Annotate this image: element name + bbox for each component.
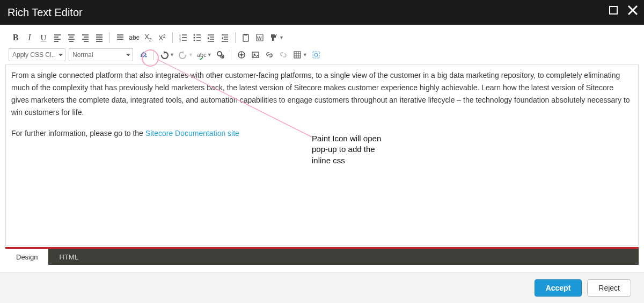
remove-alignment-button[interactable]	[113, 31, 127, 44]
format-painter-button[interactable]	[267, 31, 281, 44]
hyperlink-button[interactable]	[262, 48, 276, 61]
separator	[172, 32, 173, 43]
bullet-list-button[interactable]	[190, 31, 204, 44]
tab-html[interactable]: HTML	[48, 249, 89, 265]
find-replace-button[interactable]	[214, 48, 228, 61]
italic-button[interactable]: I	[23, 31, 36, 44]
annotation-text: Paint Icon will open pop-up to add the i…	[312, 133, 381, 166]
svg-rect-59	[294, 52, 301, 58]
svg-point-30	[194, 40, 195, 41]
content-paragraph: From a single connected platform that al…	[11, 69, 633, 119]
insert-sitecore-link-button[interactable]	[235, 48, 248, 61]
svg-rect-64	[313, 52, 319, 58]
svg-text:W: W	[257, 35, 262, 41]
undo-button[interactable]	[157, 48, 171, 61]
insert-symbol-button[interactable]	[309, 48, 323, 61]
paste-word-button[interactable]: W	[253, 31, 267, 44]
separator	[153, 49, 154, 60]
spellcheck-button[interactable]: abc	[195, 48, 209, 61]
separator	[231, 49, 231, 60]
tab-design[interactable]: Design	[5, 249, 48, 265]
paint-bucket-button[interactable]	[136, 48, 150, 61]
svg-point-49	[145, 56, 147, 57]
subscript-button[interactable]: X2	[141, 31, 155, 44]
separator	[235, 32, 236, 43]
apply-css-class-select[interactable]: Apply CSS Cl...	[9, 48, 65, 61]
align-right-button[interactable]	[78, 31, 92, 44]
svg-point-29	[194, 37, 195, 39]
superscript-button[interactable]: X2	[155, 31, 169, 44]
view-mode-tabs: Design HTML	[5, 247, 639, 265]
dialog-footer: Accept Reject	[0, 272, 644, 303]
numbered-list-button[interactable]: 123	[176, 31, 190, 44]
separator	[109, 32, 110, 43]
underline-button[interactable]: U	[36, 31, 50, 44]
maximize-icon[interactable]	[608, 4, 619, 16]
insert-media-button[interactable]	[248, 48, 262, 61]
bold-button[interactable]: B	[9, 31, 23, 44]
toolbar-row-2: Apply CSS Cl... Normal ▼ ▼ abc ▼	[5, 47, 639, 62]
toolbar: B I U abc X2 X2 123 W	[5, 25, 639, 62]
svg-text:3: 3	[179, 39, 181, 42]
accept-button[interactable]: Accept	[535, 279, 582, 297]
paragraph-format-select[interactable]: Normal	[69, 48, 133, 61]
indent-button[interactable]	[204, 31, 218, 44]
outdent-button[interactable]	[218, 31, 232, 44]
title-bar: Rich Text Editor	[0, 0, 644, 25]
strikethrough-button[interactable]: abc	[127, 31, 141, 44]
svg-marker-38	[208, 37, 209, 40]
close-icon[interactable]	[627, 4, 639, 16]
documentation-link[interactable]: Sitecore Documentation site	[145, 129, 239, 138]
toolbar-row-1: B I U abc X2 X2 123 W	[5, 30, 639, 45]
svg-marker-43	[222, 37, 223, 40]
remove-link-button[interactable]	[276, 48, 290, 61]
svg-point-28	[194, 34, 195, 36]
svg-point-48	[276, 34, 277, 35]
paste-button[interactable]	[239, 31, 253, 44]
insert-table-button[interactable]	[290, 48, 304, 61]
window-title: Rich Text Editor	[8, 6, 83, 19]
reject-button[interactable]: Reject	[587, 279, 631, 297]
svg-point-65	[314, 53, 318, 56]
rich-text-editor-window: Rich Text Editor B I U abc X2 X2	[0, 0, 644, 303]
align-center-button[interactable]	[64, 31, 78, 44]
svg-rect-0	[610, 6, 617, 14]
svg-rect-45	[244, 34, 247, 35]
align-justify-button[interactable]	[92, 31, 106, 44]
align-left-button[interactable]	[50, 31, 64, 44]
dropdown-arrow-icon[interactable]: ▼	[188, 52, 193, 57]
